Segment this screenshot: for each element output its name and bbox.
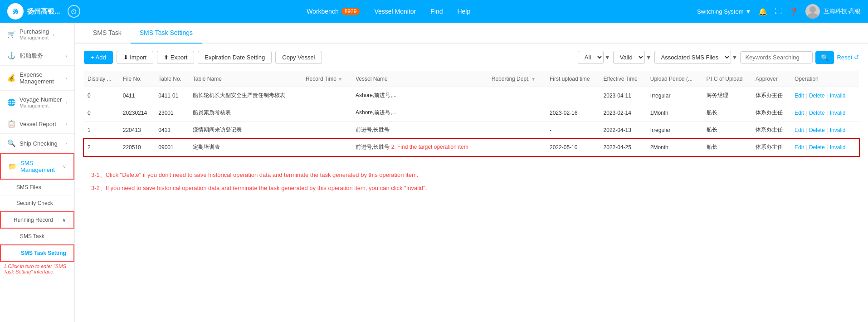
table-cell: 0 (84, 104, 119, 122)
filter-area: All ▼ Valid ▼ Associated SMS Files ▼ 🔍 R… (578, 51, 859, 64)
purchasing-label: Purchasing (20, 28, 49, 35)
invalid-action-link[interactable]: Invalid (830, 93, 846, 99)
help-icon[interactable]: ❓ (789, 7, 798, 16)
help-nav[interactable]: Help (457, 8, 470, 15)
table-cell: 0411-01 (155, 87, 189, 104)
tab-sms-task-label: SMS Task (93, 29, 122, 36)
back-button[interactable]: ⊙ (68, 5, 80, 18)
table-cell (488, 139, 546, 156)
import-button[interactable]: ⬇ Import (117, 51, 153, 64)
edit-action-link[interactable]: Edit (795, 93, 804, 99)
chevron-down-icon: ∨ (63, 164, 66, 170)
reset-button[interactable]: Reset ↺ (837, 54, 859, 61)
find-nav[interactable]: Find (430, 8, 443, 15)
delete-action-link[interactable]: Delete (809, 127, 825, 133)
action-separator: | (827, 127, 828, 133)
sidebar-sub-item-security-check[interactable]: Security Check (0, 195, 74, 211)
edit-action-link[interactable]: Edit (795, 127, 804, 133)
col-table-name: Table Name (189, 71, 302, 87)
col-vessel-name: Vessel Name (352, 71, 488, 87)
filter-all-select[interactable]: All (578, 51, 604, 64)
sidebar-sub-item-sms-task[interactable]: SMS Task (0, 229, 74, 244)
table-cell: 体系办主任 (752, 139, 791, 156)
vessel-monitor-nav[interactable]: Vessel Monitor (374, 8, 416, 15)
table-cell: 09001 (155, 139, 189, 156)
workbench-nav[interactable]: Workbench 8929 (307, 8, 360, 15)
sidebar-sub-item-running-record[interactable]: Running Record ∨ (0, 211, 74, 229)
avatar (805, 4, 820, 19)
tab-sms-task-settings[interactable]: SMS Task Settings (131, 23, 202, 44)
table-cell: 20230214 (119, 104, 155, 122)
table-cell (488, 87, 546, 104)
edit-action-link[interactable]: Edit (795, 110, 804, 116)
sidebar-item-ship-checking[interactable]: 🔍 Ship Checking › (0, 134, 74, 153)
bell-icon[interactable]: 🔔 (758, 7, 767, 16)
expiration-date-setting-button[interactable]: Expiration Date Setting (198, 51, 272, 64)
step3-2-text: 3-2、If you need to save historical opera… (88, 184, 855, 193)
export-button[interactable]: ⬆ Export (157, 51, 194, 64)
table-cell (302, 139, 352, 156)
table-cell: - (546, 122, 600, 139)
purchasing-sublabel: Management (20, 35, 49, 40)
col-record-time[interactable]: Record Time ▼ (302, 71, 352, 87)
search-button[interactable]: 🔍 (815, 51, 834, 64)
sidebar-item-ship-service[interactable]: ⚓ 船舶服务 › (0, 46, 74, 66)
table-cell: 2022-04-25 (600, 139, 647, 156)
action-separator: | (806, 110, 807, 116)
table-cell: 2023-02-14 (600, 104, 647, 122)
table-cell: 前进号,长胜号 2. Find the target operation ite… (352, 139, 488, 156)
step2-annotation-text: 2. Find the target operation item (390, 144, 468, 150)
add-button[interactable]: + Add (84, 51, 113, 64)
col-operation: Operation (791, 71, 859, 87)
sidebar-sub-item-sms-task-setting[interactable]: SMS Task Setting (0, 244, 74, 262)
invalid-action-link[interactable]: Invalid (830, 110, 846, 116)
table-cell (302, 122, 352, 139)
invalid-action-link[interactable]: Invalid (830, 127, 846, 133)
fullscreen-icon[interactable]: ⛶ (775, 7, 782, 15)
table-cell: 海务经理 (703, 87, 752, 104)
sidebar-sub-item-sms-files[interactable]: SMS Files (0, 180, 74, 195)
chevron-right-icon2: › (65, 53, 67, 59)
chevron-right-icon5: › (65, 121, 67, 127)
table-cell: Ashore,前进号,... (352, 87, 488, 104)
sidebar-item-expense[interactable]: 💰 Expense Management › (0, 66, 74, 91)
col-pic: P.I.C of Upload (703, 71, 752, 87)
top-navigation: 扬 扬州高银... ⊙ Workbench 8929 Vessel Monito… (0, 0, 868, 23)
filter-valid-select[interactable]: Valid (613, 51, 645, 64)
delete-action-link[interactable]: Delete (809, 93, 825, 99)
table-operation-cell: Edit|Delete|Invalid (791, 122, 859, 139)
table-cell (302, 87, 352, 104)
action-separator: | (806, 127, 807, 133)
delete-action-link[interactable]: Delete (809, 144, 825, 151)
content-area: + Add ⬇ Import ⬆ Export Expiration Date … (75, 44, 868, 322)
filter-associated-select[interactable]: Associated SMS Files (654, 51, 731, 64)
step1-text: 1.Click in turn to enter "SMS Task Setti… (4, 263, 71, 274)
switching-system-button[interactable]: Switching System ▼ (697, 8, 751, 15)
table-cell: 体系办主任 (752, 104, 791, 122)
table-cell: 船长 (703, 139, 752, 156)
sidebar-item-sms-management[interactable]: 📁 SMS Management ∨ (0, 153, 74, 180)
invalid-action-link[interactable]: Invalid (830, 144, 846, 151)
sidebar-item-vessel-report[interactable]: 📋 Vessel Report › (0, 114, 74, 134)
table-row: 12204130413疫情期间来访登记表前进号,长胜号-2022-04-13Ir… (84, 122, 859, 139)
copy-vessel-button[interactable]: Copy Vessel (275, 51, 322, 64)
main-layout: 🛒 Purchasing Management › ⚓ 船舶服务 › 💰 Exp… (0, 23, 868, 322)
table-cell: 船长轮机长大副安全生严责任制考核表 (189, 87, 302, 104)
sidebar-item-voyage[interactable]: 🌐 Voyage Number Management › (0, 91, 74, 114)
table-cell: 船长 (703, 122, 752, 139)
voyage-sublabel: Management (20, 103, 62, 108)
col-effective-time: Effective Time (600, 71, 647, 87)
sidebar-item-purchasing[interactable]: 🛒 Purchasing Management › (0, 23, 74, 46)
app-title: 扬州高银... (27, 7, 60, 16)
tab-sms-task[interactable]: SMS Task (84, 23, 131, 44)
search-input[interactable] (740, 51, 813, 63)
edit-action-link[interactable]: Edit (795, 144, 804, 151)
table-operation-cell: Edit|Delete|Invalid (791, 104, 859, 122)
table-cell: 定期培训表 (189, 139, 302, 156)
anchor-icon: ⚓ (7, 52, 16, 60)
delete-action-link[interactable]: Delete (809, 110, 825, 116)
user-info: 互海科技·高银 (805, 4, 861, 19)
col-reporting-dept[interactable]: Reporting Dept. ▼ (488, 71, 546, 87)
action-separator: | (806, 93, 807, 99)
table-cell (488, 104, 546, 122)
